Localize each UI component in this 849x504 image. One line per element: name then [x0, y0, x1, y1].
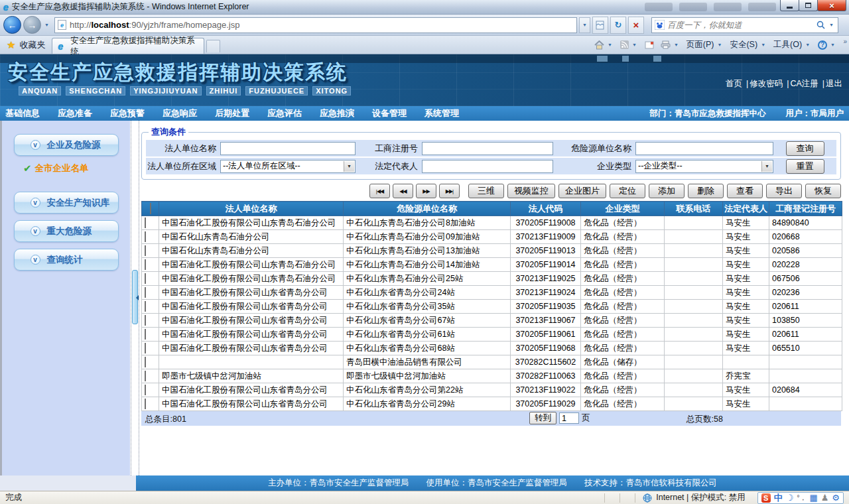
table-row[interactable]: 中国石油化工股份有限公司山东省青岛分公司中石化山东省青岛分公司61站370205…: [142, 328, 842, 342]
settings-wrench-icon[interactable]: ⚙: [832, 493, 840, 503]
last-page-button[interactable]: ▶▶|: [439, 184, 460, 198]
reg-no-input[interactable]: [422, 142, 553, 155]
row-checkbox[interactable]: [145, 287, 146, 298]
sidebar-group-button[interactable]: v企业及危险源: [14, 134, 119, 156]
chinese-mode-icon[interactable]: 中: [774, 493, 783, 503]
close-button[interactable]: ×: [817, 0, 846, 11]
menu-item[interactable]: 设备管理: [372, 107, 407, 119]
table-row[interactable]: 中国石油化工股份有限公司山东省青岛分公司中石化山东省青岛分公司第22站37021…: [142, 383, 842, 397]
search-box[interactable]: ▼: [651, 17, 838, 33]
search-icon[interactable]: [816, 21, 825, 29]
stop-button[interactable]: ×: [628, 17, 644, 34]
forward-button[interactable]: →: [23, 16, 41, 34]
reset-button[interactable]: 重置: [786, 159, 824, 174]
row-checkbox[interactable]: [145, 245, 146, 256]
hazard-name-input[interactable]: [635, 142, 773, 155]
menu-item[interactable]: 应急评估: [267, 107, 302, 119]
toolbar-button[interactable]: 恢复: [805, 184, 841, 198]
toolbar-button[interactable]: 企业图片: [558, 184, 606, 198]
search-button[interactable]: 查询: [786, 141, 824, 156]
splitter-collapse-handle[interactable]: [132, 270, 138, 324]
row-checkbox[interactable]: [145, 315, 146, 326]
sogou-icon[interactable]: S: [761, 493, 771, 503]
new-tab-button[interactable]: [206, 40, 220, 52]
browser-tab[interactable]: e 安全生产应急救援指挥辅助决策系统: [52, 38, 204, 54]
menu-item[interactable]: 系统管理: [424, 107, 459, 119]
table-row[interactable]: 中国石油化工股份有限公司山东省青岛分公司中石化山东省青岛分公司68站370205…: [142, 342, 842, 355]
corp-name-input[interactable]: [220, 142, 356, 155]
row-checkbox[interactable]: [145, 218, 146, 228]
overflow-chevron-icon[interactable]: »: [843, 38, 847, 45]
next-page-button[interactable]: ▶▶: [416, 184, 436, 198]
address-bar[interactable]: e http://localhost:90/yjzh/frame/homepag…: [54, 17, 577, 33]
search-dropdown-icon[interactable]: ▼: [828, 23, 835, 27]
toolbar-button[interactable]: 添加: [649, 184, 685, 198]
sidebar-item-active[interactable]: ✔全市企业名单: [23, 162, 130, 174]
page-menu-button[interactable]: 页面(P)▼: [685, 39, 726, 50]
ent-type-select[interactable]: --企业类型--▼: [635, 160, 773, 173]
punctuation-icon[interactable]: °，: [797, 493, 806, 503]
header-link[interactable]: 首页: [726, 79, 742, 88]
menu-item[interactable]: 基础信息: [5, 107, 40, 119]
table-row[interactable]: 中国石化山东青岛石油分公司中石化山东青岛石油分公司09加油站370213F119…: [142, 230, 842, 244]
toolbar-button[interactable]: 查看: [727, 184, 763, 198]
row-checkbox[interactable]: [145, 231, 146, 242]
table-row[interactable]: 中国石油化工股份有限公司山东省青岛分公司中石化山东省青岛分公司67站370213…: [142, 314, 842, 328]
menu-item[interactable]: 应急推演: [320, 107, 354, 119]
row-checkbox[interactable]: [145, 399, 146, 409]
row-checkbox[interactable]: [145, 329, 146, 340]
print-button[interactable]: ▼: [659, 40, 682, 49]
table-row[interactable]: 中国石油化工股份有限公司山东青岛石油分公司中石化山东青岛石油分公司14加油站37…: [142, 258, 842, 272]
region-select[interactable]: --法人单位所在区域--▼: [220, 160, 356, 173]
row-checkbox[interactable]: [145, 371, 146, 381]
back-button[interactable]: ←: [3, 16, 21, 34]
header-link[interactable]: 退出: [826, 79, 842, 88]
table-row[interactable]: 即墨市七级镇中岔河加油站即墨市七级镇中岔河加油站370282F110063危化品…: [142, 369, 842, 383]
table-row[interactable]: 中国石油化工股份有限公司山东青岛石油分公司中石化山东青岛石油分公司8加油站370…: [142, 216, 842, 230]
toolbar-button[interactable]: 视频监控: [507, 184, 555, 198]
first-page-button[interactable]: |◀◀: [369, 184, 390, 198]
address-dropdown-button[interactable]: ▼: [579, 17, 590, 33]
menu-item[interactable]: 应急响应: [163, 107, 197, 119]
refresh-button[interactable]: ↻: [610, 17, 626, 34]
menu-item[interactable]: 后期处置: [215, 107, 249, 119]
sidebar-group-button[interactable]: v查询统计: [14, 249, 119, 271]
select-all-header[interactable]: [142, 202, 159, 216]
row-checkbox[interactable]: [145, 385, 146, 395]
half-moon-icon[interactable]: ☽: [786, 493, 794, 503]
row-checkbox[interactable]: [145, 273, 146, 284]
header-link[interactable]: 修改密码: [750, 79, 783, 88]
header-link[interactable]: CA注册: [790, 79, 818, 88]
maximize-button[interactable]: [799, 0, 818, 11]
read-mail-button[interactable]: [643, 41, 656, 49]
legal-rep-input[interactable]: [422, 160, 553, 173]
table-row[interactable]: 中国石油化工股份有限公司山东青岛石油分公司中石化山东青岛石油分公司25站3702…: [142, 272, 842, 286]
sidebar-splitter[interactable]: [131, 121, 139, 475]
row-checkbox[interactable]: [145, 357, 146, 367]
minimize-button[interactable]: [780, 0, 799, 11]
goto-button[interactable]: 转到: [529, 412, 556, 424]
user-icon[interactable]: ♟: [821, 493, 829, 503]
table-row[interactable]: 中国石油化工股份有限公司山东省青岛分公司中石化山东省青岛分公司35站370205…: [142, 300, 842, 314]
favorites-button[interactable]: ★ 收藏夹: [0, 36, 52, 54]
feeds-button[interactable]: ▼: [618, 40, 640, 49]
table-row[interactable]: 青岛田横中油油品销售有限公司370282C115602危化品（储存）: [142, 355, 842, 369]
menu-item[interactable]: 应急预警: [110, 107, 145, 119]
sidebar-group-button[interactable]: v重大危险源: [14, 220, 119, 242]
toolbar-button[interactable]: 三维: [468, 184, 504, 198]
search-input[interactable]: [667, 21, 814, 30]
history-dropdown-icon[interactable]: ▼: [43, 23, 50, 27]
table-row[interactable]: 中国石化山东青岛石油分公司中石化山东青岛石油分公司13加油站370205F119…: [142, 244, 842, 258]
page-number-input[interactable]: [559, 412, 579, 424]
table-row[interactable]: 中国石油化工股份有限公司山东省青岛分公司中石化山东省青岛分公司29站370205…: [142, 397, 842, 411]
toolbar-button[interactable]: 删除: [688, 184, 724, 198]
help-menu-button[interactable]: ?▼: [816, 40, 838, 50]
select-all-checkbox[interactable]: [150, 203, 151, 214]
tools-menu-button[interactable]: 工具(O)▼: [771, 39, 813, 50]
menu-item[interactable]: 应急准备: [58, 107, 92, 119]
soft-keyboard-icon[interactable]: ▦: [809, 493, 817, 503]
row-checkbox[interactable]: [145, 259, 146, 270]
row-checkbox[interactable]: [145, 343, 146, 353]
toolbar-button[interactable]: 导出: [766, 184, 802, 198]
sidebar-group-button[interactable]: v安全生产知识库: [14, 192, 119, 214]
